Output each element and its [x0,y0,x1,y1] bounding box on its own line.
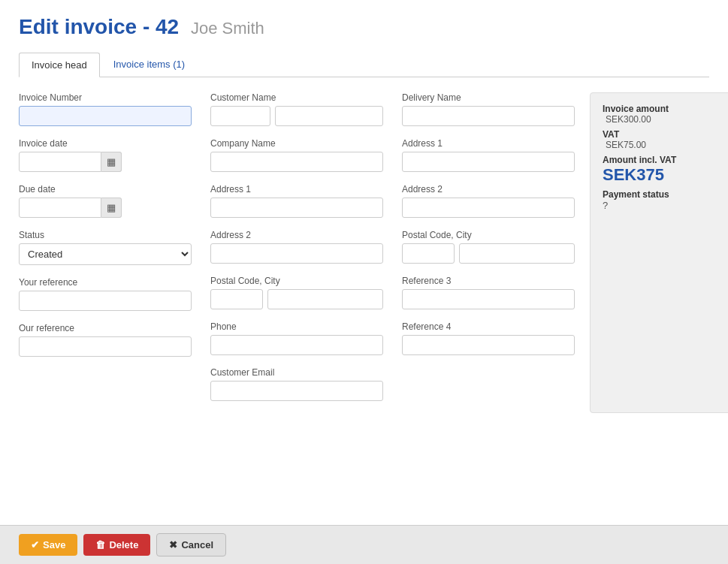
postal-code-right-pair [402,243,575,264]
invoice-number-label: Invoice Number [19,92,192,103]
form-area: Invoice Number 42 Invoice date 1/6/16 ▦ … [19,92,709,413]
customer-email-field: Customer Email joe.smith@acme.com [210,367,383,401]
address1-mid-input[interactable]: Final road 45 [210,198,383,218]
address2-mid-input[interactable] [210,243,383,264]
col-mid: Customer Name Joe Smith Company Name ACM… [210,92,383,413]
customer-email-input[interactable]: joe.smith@acme.com [210,381,383,401]
phone-field: Phone [210,321,383,355]
vat-label: VAT [603,129,723,140]
customer-name-field: Customer Name Joe Smith [210,92,383,126]
status-select[interactable]: Created Sent Paid Overdue [19,243,192,265]
tab-invoice-items[interactable]: Invoice items (1) [101,53,197,77]
invoice-amount-label: Invoice amount [603,104,723,114]
address1-right-label: Address 1 [402,138,575,149]
delete-label: Delete [109,539,138,550]
amount-incl-vat-value: SEK375 [603,165,723,185]
invoice-date-field: Invoice date 1/6/16 ▦ [19,138,192,172]
vat-value: SEK75.00 [603,140,723,150]
tab-bar: Invoice head Invoice items (1) [19,53,709,77]
address2-right-field: Address 2 [402,184,575,218]
trash-icon: 🗑 [95,539,105,550]
reference4-field: Reference 4 [402,321,575,355]
status-label: Status [19,230,192,240]
address1-mid-label: Address 1 [210,184,383,195]
city-mid-input[interactable]: Smallville [267,289,383,309]
postal-code-mid-label: Postal Code, City [210,276,383,286]
customer-first-name-input[interactable]: Joe [210,106,270,126]
address2-mid-label: Address 2 [210,230,383,240]
footer-bar: ✔ Save 🗑 Delete ✖ Cancel [0,525,728,564]
cancel-label: Cancel [181,539,213,550]
delivery-name-input[interactable] [402,106,575,126]
address1-right-input[interactable] [402,152,575,172]
postal-code-mid-field: Postal Code, City 12345 Smallville [210,276,383,309]
customer-name-label: Customer Name [210,92,383,103]
amount-incl-vat-label: Amount incl. VAT [603,155,723,165]
address2-right-input[interactable] [402,198,575,218]
check-icon: ✔ [31,539,39,550]
delivery-name-field: Delivery Name [402,92,575,126]
delete-button[interactable]: 🗑 Delete [83,534,150,556]
due-date-label: Due date [19,184,192,195]
postal-code-mid-pair: 12345 Smallville [210,289,383,309]
payment-status-value: ? [603,200,723,211]
save-button[interactable]: ✔ Save [19,534,77,556]
times-icon: ✖ [169,539,177,550]
reference4-label: Reference 4 [402,321,575,332]
your-reference-input[interactable]: Mr Smith [19,291,192,311]
phone-input[interactable] [210,335,383,355]
company-name-input[interactable]: ACME Inc. [210,152,383,172]
invoice-date-calendar-btn[interactable]: ▦ [101,152,122,172]
invoice-date-label: Invoice date [19,138,192,149]
page-title: Edit invoice - 42 Joe Smith [19,15,709,39]
due-date-wrap: 2/5/16 ▦ [19,198,192,218]
address2-mid-field: Address 2 [210,230,383,264]
postal-code-mid-input[interactable]: 12345 [210,289,263,309]
company-name-label: Company Name [210,138,383,149]
postal-code-right-field: Postal Code, City [402,230,575,264]
status-field: Status Created Sent Paid Overdue [19,230,192,265]
invoice-number-input[interactable]: 42 [19,106,192,126]
page-title-main: Edit invoice - 42 [19,15,179,38]
postal-code-right-input[interactable] [402,243,455,264]
our-reference-input[interactable]: Göran [19,336,192,357]
our-reference-label: Our reference [19,323,192,333]
page-title-subtitle: Joe Smith [191,19,264,38]
invoice-number-field: Invoice Number 42 [19,92,192,126]
postal-code-right-label: Postal Code, City [402,230,575,240]
address2-right-label: Address 2 [402,184,575,195]
summary-box: Invoice amount SEK300.00 VAT SEK75.00 Am… [590,92,728,413]
your-reference-label: Your reference [19,277,192,288]
calendar-icon-2: ▦ [107,202,116,213]
invoice-date-wrap: 1/6/16 ▦ [19,152,192,172]
reference3-label: Reference 3 [402,276,575,286]
due-date-field: Due date 2/5/16 ▦ [19,184,192,218]
save-label: Save [43,539,65,550]
your-reference-field: Your reference Mr Smith [19,277,192,311]
invoice-amount-value: SEK300.00 [603,114,723,125]
cancel-button[interactable]: ✖ Cancel [156,533,226,556]
reference3-field: Reference 3 [402,276,575,309]
delivery-name-label: Delivery Name [402,92,575,103]
calendar-icon: ▦ [107,156,116,167]
customer-last-name-input[interactable]: Smith [275,106,383,126]
address1-right-field: Address 1 [402,138,575,172]
our-reference-field: Our reference Göran [19,323,192,357]
payment-status-label: Payment status [603,189,723,200]
due-date-calendar-btn[interactable]: ▦ [101,198,122,218]
city-right-input[interactable] [459,243,575,264]
reference3-input[interactable] [402,289,575,309]
tab-invoice-head[interactable]: Invoice head [19,53,100,77]
customer-name-pair: Joe Smith [210,106,383,126]
company-name-field: Company Name ACME Inc. [210,138,383,172]
invoice-date-input[interactable]: 1/6/16 [19,152,101,172]
due-date-input[interactable]: 2/5/16 [19,198,101,218]
address1-mid-field: Address 1 Final road 45 [210,184,383,218]
col-left: Invoice Number 42 Invoice date 1/6/16 ▦ … [19,92,192,413]
phone-label: Phone [210,321,383,332]
col-right: Delivery Name Address 1 Address 2 Postal… [402,92,575,413]
reference4-input[interactable] [402,335,575,355]
customer-email-label: Customer Email [210,367,383,378]
